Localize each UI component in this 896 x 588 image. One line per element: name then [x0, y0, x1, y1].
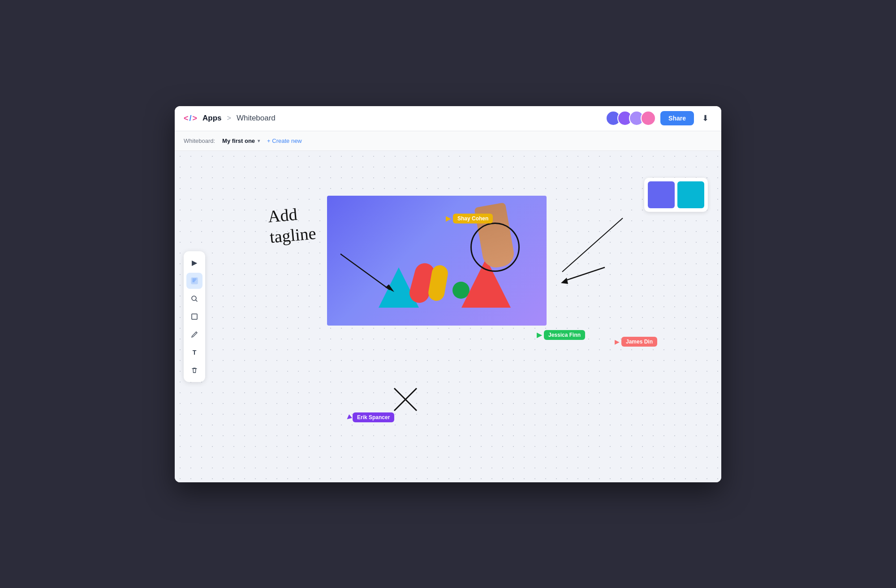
breadcrumb-apps[interactable]: Apps — [202, 114, 222, 123]
handwriting-line2: tagline — [269, 223, 317, 247]
pen-tool[interactable] — [186, 326, 202, 343]
whiteboard-selector[interactable]: My first one ▾ — [222, 137, 260, 144]
svg-rect-0 — [191, 278, 198, 284]
breadcrumb-whiteboard: Whiteboard — [237, 114, 276, 123]
chevron-down-icon: ▾ — [258, 138, 260, 143]
share-button[interactable]: Share — [660, 111, 694, 125]
svg-line-9 — [562, 218, 623, 272]
current-whiteboard-name: My first one — [222, 137, 255, 144]
shay-cursor-arrow: ▶ — [446, 214, 451, 223]
download-button[interactable]: ⬇ — [698, 112, 712, 125]
svg-rect-2 — [192, 314, 197, 319]
cursor-shay: ▶ Shay Cohen — [446, 214, 493, 223]
logo-gt-icon: > — [193, 114, 198, 123]
select-tool[interactable]: ▶ — [186, 255, 202, 271]
avatar-group — [606, 111, 656, 126]
download-icon: ⬇ — [702, 114, 709, 123]
logo: < / > — [184, 114, 197, 123]
shay-label: Shay Cohen — [453, 214, 493, 223]
jessica-cursor-arrow: ▶ — [537, 330, 542, 339]
text-tool[interactable]: T — [186, 344, 202, 361]
svg-line-8 — [394, 388, 417, 411]
avatar-4 — [641, 111, 656, 126]
left-toolbar: ▶ — [184, 251, 205, 382]
canvas-area[interactable]: ▶ — [175, 151, 721, 482]
svg-marker-6 — [561, 278, 568, 284]
handwriting-annotation: Add tagline — [267, 202, 317, 247]
swatch-purple[interactable] — [648, 181, 675, 208]
breadcrumb-separator: > — [227, 114, 231, 122]
navbar: < / > Apps > Whiteboard Share ⬇ — [175, 106, 721, 131]
svg-line-7 — [394, 388, 417, 411]
frame-tool[interactable] — [186, 309, 202, 325]
zoom-tool[interactable] — [186, 291, 202, 307]
circle-annotation — [470, 223, 520, 272]
cursor-jessica: ▶ Jessica Finn — [537, 330, 585, 340]
james-label: James Din — [621, 337, 657, 347]
jessica-label: Jessica Finn — [544, 330, 585, 340]
toolbar-row: Whiteboard: My first one ▾ + Create new — [175, 131, 721, 151]
app-window: < / > Apps > Whiteboard Share ⬇ Whiteboa… — [175, 106, 721, 482]
james-cursor-arrow: ▶ — [615, 338, 620, 345]
whiteboard-label: Whiteboard: — [184, 137, 215, 144]
color-swatches — [644, 178, 708, 212]
logo-lt-icon: < — [184, 114, 189, 123]
sticky-note-tool[interactable] — [186, 273, 202, 289]
navbar-right: Share ⬇ — [606, 111, 712, 126]
erik-label: Erik Spancer — [353, 412, 394, 422]
cursor-erik: ▶ Erik Spancer — [346, 412, 394, 422]
logo-slash-icon: / — [190, 114, 192, 123]
cursor-james: ▶ James Din — [615, 337, 657, 347]
create-new-button[interactable]: + Create new — [267, 137, 302, 144]
delete-tool[interactable] — [186, 362, 202, 378]
svg-line-5 — [564, 267, 605, 281]
swatch-cyan[interactable] — [677, 181, 704, 208]
erik-cursor-arrow: ▶ — [344, 413, 353, 421]
